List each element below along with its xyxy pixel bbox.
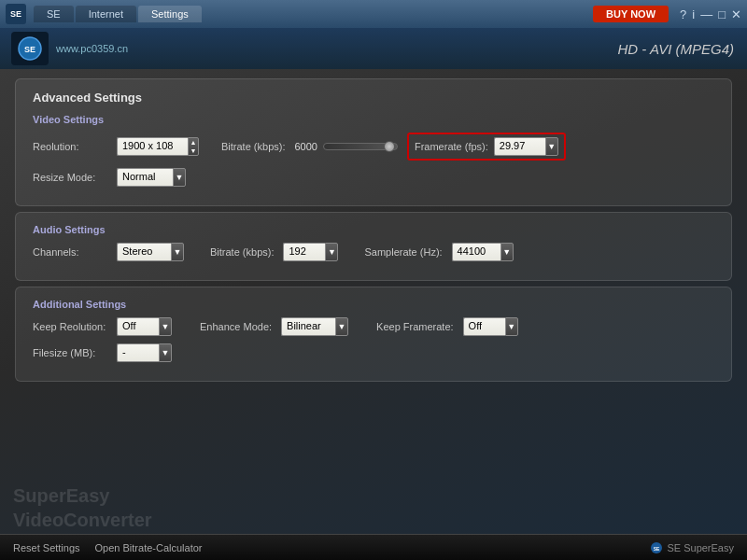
window-controls: ? i — □ ✕ xyxy=(680,7,741,21)
tab-internet[interactable]: Internet xyxy=(76,6,136,22)
svg-text:SE: SE xyxy=(24,45,35,54)
framerate-value: 29.97 xyxy=(494,137,545,156)
keep-framerate-dropdown-arrow[interactable]: ▼ xyxy=(505,317,518,336)
resize-value: Normal xyxy=(117,168,173,187)
filesize-value: - xyxy=(117,343,159,362)
brand-text: SE SuperEasy xyxy=(667,542,734,553)
bitrate-calculator-link[interactable]: Open Bitrate-Calculator xyxy=(95,542,203,553)
help-icon[interactable]: ? xyxy=(680,7,686,21)
enhance-mode-dropdown-arrow[interactable]: ▼ xyxy=(335,317,348,336)
audio-row: Channels: Stereo ▼ Bitrate (kbps): 192 ▼… xyxy=(33,243,714,261)
bitrate-value: 6000 xyxy=(294,141,317,152)
framerate-label: Framerate (fps): xyxy=(415,141,488,152)
additional-row-1: Keep Reolution: Off ▼ Enhance Mode: Bili… xyxy=(33,317,714,336)
channels-dropdown-arrow[interactable]: ▼ xyxy=(171,243,184,261)
resize-label: Resize Mode: xyxy=(33,172,107,183)
sub-header: SE www.pc0359.cn HD - AVI (MPEG4) xyxy=(0,28,747,69)
reset-settings-link[interactable]: Reset Settings xyxy=(13,542,80,553)
watermark: SuperEasyVideoConverter xyxy=(13,483,152,532)
framerate-highlight: Framerate (fps): 29.97 ▼ xyxy=(407,133,566,161)
samplerate-value: 44100 xyxy=(452,243,500,261)
website-url: www.pc0359.cn xyxy=(56,43,128,54)
resolution-down-arrow[interactable]: ▼ xyxy=(189,147,198,155)
enhance-mode-label: Enhance Mode: xyxy=(200,321,272,332)
resolution-input[interactable]: 1900 x 108 ▲ ▼ xyxy=(117,137,199,156)
keep-resolution-value: Off xyxy=(117,317,159,336)
enhance-mode-dropdown[interactable]: Bilinear ▼ xyxy=(281,317,348,336)
additional-settings-panel: Additional Settings Keep Reolution: Off … xyxy=(15,287,732,382)
additional-row-2: Filesize (MB): - ▼ xyxy=(33,343,714,362)
bitrate-section: 6000 xyxy=(294,141,397,152)
svg-text:SE: SE xyxy=(654,546,660,552)
keep-resolution-dropdown[interactable]: Off ▼ xyxy=(117,317,172,336)
brand-logo: SE xyxy=(11,32,49,65)
audio-bitrate-label: Bitrate (kbps): xyxy=(210,246,274,258)
audio-bitrate-dropdown[interactable]: 192 ▼ xyxy=(283,243,338,261)
audio-settings-panel: Audio Settings Channels: Stereo ▼ Bitrat… xyxy=(15,212,732,281)
tab-settings[interactable]: Settings xyxy=(138,6,202,22)
keep-framerate-value: Off xyxy=(463,317,505,336)
title-tabs: SE Internet Settings xyxy=(34,6,589,22)
keep-resolution-label: Keep Reolution: xyxy=(33,321,107,332)
keep-framerate-dropdown[interactable]: Off ▼ xyxy=(463,317,518,336)
resize-dropdown-arrow[interactable]: ▼ xyxy=(173,168,186,187)
framerate-dropdown-arrow[interactable]: ▼ xyxy=(545,137,558,156)
advanced-settings-panel: Advanced Settings Video Settings Reoluti… xyxy=(15,78,732,206)
resolution-label: Reolution: xyxy=(33,141,107,152)
bottom-bar: Reset Settings Open Bitrate-Calculator S… xyxy=(0,534,747,560)
maximize-icon[interactable]: □ xyxy=(718,7,726,21)
resolution-arrows[interactable]: ▲ ▼ xyxy=(188,137,199,156)
bitrate-slider-thumb[interactable] xyxy=(384,141,395,152)
tab-se[interactable]: SE xyxy=(34,6,74,22)
channels-dropdown[interactable]: Stereo ▼ xyxy=(117,243,184,261)
app-logo: SE xyxy=(6,4,26,24)
bitrate-label: Bitrate (kbps): xyxy=(221,141,285,152)
additional-settings-label: Additional Settings xyxy=(33,299,714,310)
audio-bitrate-dropdown-arrow[interactable]: ▼ xyxy=(325,243,338,261)
resolution-row: Reolution: 1900 x 108 ▲ ▼ Bitrate (kbps)… xyxy=(33,133,714,161)
minimize-icon[interactable]: — xyxy=(700,7,712,21)
keep-framerate-label: Keep Framerate: xyxy=(376,321,454,332)
brand-label: SE SE SuperEasy xyxy=(650,541,734,554)
filesize-dropdown-arrow[interactable]: ▼ xyxy=(159,343,172,362)
samplerate-dropdown-arrow[interactable]: ▼ xyxy=(500,243,514,261)
audio-bitrate-value: 192 xyxy=(283,243,325,261)
buy-now-button[interactable]: BUY NOW xyxy=(593,6,669,22)
samplerate-label: Samplerate (Hz): xyxy=(364,246,442,258)
main-content: SuperEasyVideoConverter Advanced Setting… xyxy=(0,69,747,560)
framerate-dropdown[interactable]: 29.97 ▼ xyxy=(494,137,558,156)
enhance-mode-value: Bilinear xyxy=(281,317,335,336)
resolution-up-arrow[interactable]: ▲ xyxy=(189,138,198,147)
channels-value: Stereo xyxy=(117,243,171,261)
advanced-settings-title: Advanced Settings xyxy=(33,91,714,105)
title-bar: SE SE Internet Settings BUY NOW ? i — □ … xyxy=(0,0,747,28)
resize-dropdown[interactable]: Normal ▼ xyxy=(117,168,186,187)
close-icon[interactable]: ✕ xyxy=(731,7,741,21)
profile-title: HD - AVI (MPEG4) xyxy=(618,41,734,57)
resize-row: Resize Mode: Normal ▼ xyxy=(33,168,714,187)
audio-settings-label: Audio Settings xyxy=(33,224,714,235)
samplerate-dropdown[interactable]: 44100 ▼ xyxy=(452,243,514,261)
video-settings-label: Video Settings xyxy=(33,114,714,125)
bitrate-slider[interactable] xyxy=(323,143,398,150)
keep-resolution-dropdown-arrow[interactable]: ▼ xyxy=(159,317,172,336)
channels-label: Channels: xyxy=(33,246,107,258)
info-icon[interactable]: i xyxy=(692,7,695,21)
resolution-value: 1900 x 108 xyxy=(117,137,188,156)
filesize-dropdown[interactable]: - ▼ xyxy=(117,343,172,362)
filesize-label: Filesize (MB): xyxy=(33,347,107,358)
